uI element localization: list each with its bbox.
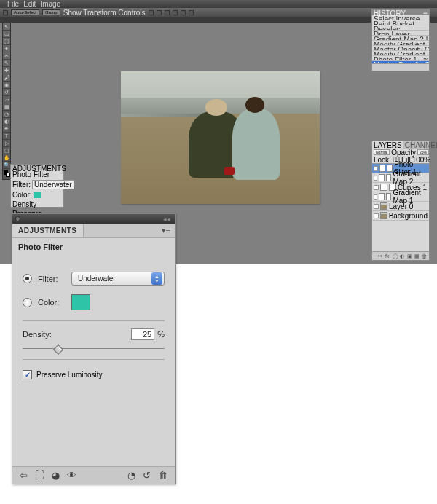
close-dot-icon[interactable] — [15, 216, 20, 221]
menu-file[interactable]: File — [7, 0, 19, 8]
align-icon[interactable] — [165, 10, 170, 15]
trash-icon[interactable]: 🗑 — [422, 253, 427, 259]
eyedropper-tool-icon[interactable]: ✎ — [3, 60, 10, 67]
collapse-icon[interactable]: ◂◂ — [163, 216, 170, 223]
adjustment-icon[interactable]: ◐ — [400, 253, 405, 259]
group-dropdown[interactable]: Group — [42, 9, 60, 15]
color-radio[interactable] — [23, 298, 32, 307]
align-icon[interactable] — [181, 10, 186, 15]
visibility-icon[interactable] — [374, 213, 379, 218]
expand-icon[interactable]: ⛶ — [35, 470, 44, 481]
zoom-tool-icon[interactable]: 🔍 — [3, 162, 10, 169]
layer-row[interactable]: Gradient Map 2 — [372, 173, 429, 183]
transform-check[interactable]: Show Transform Controls — [63, 9, 146, 17]
history-item[interactable]: Modify Gradient Layer — [372, 41, 429, 46]
visibility-icon[interactable]: 👁 — [67, 470, 76, 481]
align-icon[interactable] — [149, 10, 154, 15]
folder-icon[interactable]: ▣ — [407, 253, 412, 259]
color-swatch[interactable] — [71, 294, 90, 310]
opacity-field[interactable]: 25% — [417, 149, 429, 155]
blur-tool-icon[interactable]: ◔ — [3, 111, 10, 118]
tool-preset-icon[interactable] — [3, 10, 8, 15]
dodge-tool-icon[interactable]: ◐ — [3, 118, 10, 125]
heal-tool-icon[interactable]: ✚ — [3, 67, 10, 74]
slider-thumb[interactable] — [53, 344, 63, 355]
filter-radio[interactable] — [23, 274, 32, 283]
layer-thumb — [380, 202, 387, 210]
gradient-tool-icon[interactable]: ▦ — [3, 103, 10, 111]
history-item[interactable]: Deselect — [372, 25, 429, 31]
stamp-tool-icon[interactable]: ◉ — [3, 82, 10, 89]
move-tool-icon[interactable]: ↖ — [3, 23, 10, 31]
visibility-icon[interactable] — [374, 176, 377, 181]
history-item[interactable]: Gradient Map 2 Layer — [372, 36, 429, 41]
hand-tool-icon[interactable]: ✋ — [3, 154, 10, 162]
align-icon[interactable] — [173, 10, 178, 15]
previous-state-icon[interactable]: ◔ — [127, 470, 135, 481]
marquee-tool-icon[interactable]: ▭ — [3, 31, 10, 38]
mask-icon[interactable]: ◯ — [393, 253, 398, 259]
lasso-tool-icon[interactable]: ◯ — [3, 38, 10, 45]
type-tool-icon[interactable]: T — [3, 133, 10, 140]
trash-icon[interactable]: 🗑 — [158, 470, 168, 481]
layers-panel: LAYERS CHANNELS PATHS Normal Opacity 25%… — [371, 141, 430, 261]
align-icon[interactable] — [157, 10, 162, 15]
history-item[interactable]: Select Inverse — [372, 15, 429, 20]
filter-label: Filter: — [38, 275, 71, 283]
visibility-icon[interactable] — [374, 185, 379, 190]
color-swatches[interactable] — [3, 169, 10, 179]
link-icon[interactable]: ⚯ — [378, 253, 383, 259]
wand-tool-icon[interactable]: ✦ — [3, 45, 10, 52]
visibility-icon[interactable] — [374, 166, 378, 171]
filter-value: Underwater — [78, 275, 116, 283]
align-icon[interactable] — [189, 10, 194, 15]
crop-tool-icon[interactable]: ✂ — [3, 52, 10, 60]
panel-menu-icon[interactable]: ▾≡ — [162, 226, 170, 235]
density-input[interactable] — [131, 328, 154, 340]
auto-select-dropdown[interactable]: Auto-Select — [11, 9, 39, 15]
tab-layers[interactable]: LAYERS — [372, 141, 403, 149]
layer-row[interactable]: Gradient Map 1 — [372, 192, 429, 202]
filter-dropdown[interactable]: Underwater ▲▼ — [71, 272, 165, 286]
dropdown-arrows-icon: ▲▼ — [151, 272, 162, 285]
history-item[interactable]: Paint Bucket — [372, 20, 429, 25]
divider — [23, 359, 165, 360]
pen-tool-icon[interactable]: ✒ — [3, 125, 10, 133]
mini-color-swatch[interactable] — [34, 192, 41, 198]
mask-thumb — [386, 193, 392, 200]
history-item[interactable]: Photo Filter 1 Layer — [372, 56, 429, 61]
panel-titlebar[interactable]: ◂◂ — [12, 214, 175, 224]
clip-icon[interactable]: ◕ — [52, 470, 60, 481]
fx-icon[interactable]: fx — [385, 253, 390, 259]
density-unit: % — [157, 330, 165, 339]
eraser-tool-icon[interactable]: ▱ — [3, 96, 10, 103]
document-canvas[interactable] — [121, 71, 320, 204]
path-tool-icon[interactable]: ▷ — [3, 140, 10, 147]
preserve-luminosity-label: Preserve Luminosity — [36, 371, 103, 379]
panel-menu-icon[interactable]: ≡ — [423, 9, 428, 15]
brush-tool-icon[interactable]: 🖌 — [3, 74, 10, 82]
history-item[interactable]: Drop Layer — [372, 31, 429, 36]
density-slider[interactable] — [23, 344, 165, 349]
mini-adj-title: ADJUSTMENTS — [11, 165, 63, 170]
new-layer-icon[interactable]: ▦ — [414, 253, 420, 259]
menu-image[interactable]: Image — [40, 0, 60, 8]
color-radio-row: Color: — [23, 294, 165, 310]
mini-filter-dropdown[interactable]: Underwater — [32, 180, 74, 189]
blend-mode-dropdown[interactable]: Normal — [374, 149, 390, 155]
shape-tool-icon[interactable]: ▢ — [3, 147, 10, 154]
visibility-icon[interactable] — [374, 194, 377, 200]
history-tab[interactable]: HISTORY — [374, 9, 406, 15]
history-brush-icon[interactable]: ↺ — [3, 89, 10, 96]
history-item[interactable]: Modify Gradient Layer — [372, 51, 429, 56]
adjustment-type-label: Photo Filter — [12, 238, 175, 256]
preserve-luminosity-checkbox[interactable]: ✓ — [23, 370, 32, 379]
history-item[interactable]: Master Opacity Change — [372, 46, 429, 51]
layer-row[interactable]: Background — [372, 211, 429, 221]
back-arrow-icon[interactable]: ⇦ — [20, 470, 28, 481]
menu-edit[interactable]: Edit — [23, 0, 36, 8]
reset-icon[interactable]: ↺ — [143, 470, 151, 481]
tab-channels[interactable]: CHANNELS — [403, 141, 437, 149]
visibility-icon[interactable] — [374, 204, 379, 209]
adjustments-tab[interactable]: ADJUSTMENTS — [12, 224, 84, 237]
